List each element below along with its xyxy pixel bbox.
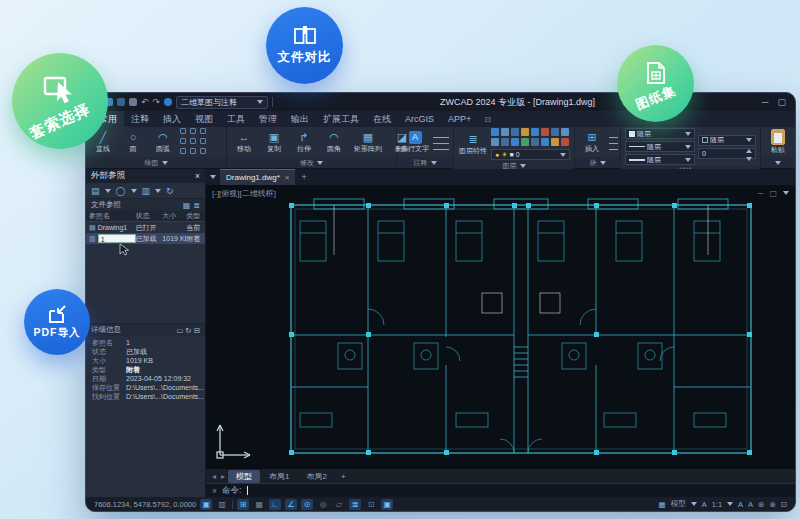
annotation-scale-value[interactable]: 1:1 <box>712 500 722 509</box>
model-space-icon[interactable]: ▣ <box>200 499 212 510</box>
transparency-value-spinner[interactable]: 0 <box>698 148 756 159</box>
maximize-button[interactable]: ▢ <box>777 97 786 107</box>
fullscreen-icon[interactable]: ⊡ <box>781 500 787 509</box>
command-line[interactable]: × 命令: <box>206 483 795 497</box>
xref-row-drawing1[interactable]: ▤Drawing1 已打开 当前 <box>86 222 205 233</box>
tab-view[interactable]: 视图 <box>188 111 220 127</box>
chevron-down-icon[interactable] <box>131 189 137 196</box>
minimize-button[interactable]: ─ <box>762 97 768 107</box>
col-reference-name[interactable]: 参照名 <box>86 211 136 221</box>
close-icon[interactable]: × <box>285 173 290 182</box>
draw-more-tools[interactable] <box>180 128 208 156</box>
block-group-label[interactable]: 块 <box>575 157 620 168</box>
details-refresh-icon[interactable]: ↻ <box>185 326 191 335</box>
dimension-tools[interactable] <box>433 134 449 150</box>
drawing-canvas[interactable]: [-][俯视][二维线框] ─ ▢ <box>206 185 795 469</box>
feature-badge-file-compare[interactable]: 文件对比 <box>266 7 343 84</box>
settings-gear-icon[interactable]: ⊛ <box>769 500 775 509</box>
quickprops-toggle[interactable]: ⊡ <box>365 499 377 510</box>
fillet-button[interactable]: ◠ 圆角 <box>321 131 347 154</box>
refresh-icon[interactable]: ↻ <box>166 186 174 196</box>
undo-icon[interactable]: ↶ <box>141 98 149 106</box>
new-tab-icon[interactable]: + <box>297 169 310 185</box>
spinner-down-icon[interactable] <box>746 157 752 164</box>
lineweight-dropdown[interactable]: 随层 <box>625 154 695 165</box>
col-status[interactable]: 状态 <box>136 211 163 221</box>
redo-icon[interactable]: ↷ <box>153 98 161 106</box>
tab-output[interactable]: 输出 <box>284 111 316 127</box>
new-layout-icon[interactable]: + <box>336 472 351 481</box>
list-view-icon[interactable]: ▦ <box>183 201 191 210</box>
chevron-down-icon[interactable] <box>155 189 161 196</box>
otrack-toggle[interactable]: ◎ <box>317 499 329 510</box>
paste-button[interactable]: 粘贴 <box>765 129 791 155</box>
close-icon[interactable]: × <box>195 171 200 181</box>
move-button[interactable]: ↔ 移动 <box>231 131 257 154</box>
linetype-dropdown[interactable]: 随层 <box>625 141 695 152</box>
snap-toggle[interactable]: ⊞ <box>237 499 249 510</box>
chevron-down-icon[interactable] <box>783 191 789 198</box>
circle-button[interactable]: ○ 圆 <box>120 131 146 154</box>
modify-group-label[interactable]: 修改 <box>227 157 396 168</box>
layout-nav-right-icon[interactable]: ▸ <box>219 472 227 481</box>
tab-layout2[interactable]: 布局2 <box>298 470 334 483</box>
feature-badge-pdf-import[interactable]: PDF导入 <box>24 289 90 355</box>
layer-properties-button[interactable]: ≣ 图层特性 <box>458 133 488 156</box>
tab-list-icon[interactable] <box>210 175 216 182</box>
annotate-group-label[interactable]: 注释 <box>397 157 453 168</box>
col-type[interactable]: 类型 <box>186 211 205 221</box>
polar-toggle[interactable]: ∠ <box>285 499 297 510</box>
tree-view-icon[interactable]: ≣ <box>193 201 200 210</box>
mtext-button[interactable]: A 多行文字 <box>401 131 429 154</box>
feature-badge-sheet-set[interactable]: 图纸集 <box>617 45 694 122</box>
array-button[interactable]: ▦ 矩形阵列 <box>351 131 385 154</box>
col-size[interactable]: 大小 <box>162 211 186 221</box>
chevron-down-icon[interactable] <box>105 189 111 196</box>
vp-minimize-icon[interactable]: ─ <box>758 189 764 198</box>
ribbon-options-icon[interactable]: ⊡ <box>478 111 497 127</box>
block-tools[interactable] <box>609 134 618 150</box>
tab-insert[interactable]: 插入 <box>156 111 188 127</box>
annotation-visibility-icon[interactable]: A <box>738 500 743 509</box>
file-tab-drawing1[interactable]: Drawing1.dwg* × <box>220 169 295 185</box>
workspace-gear-icon[interactable]: ⊛ <box>758 500 764 509</box>
print-icon[interactable] <box>129 98 137 106</box>
xref-name-edit-field[interactable]: 1 <box>98 234 136 243</box>
feature-badge-lasso[interactable]: 套索选择 <box>12 53 108 149</box>
tab-annotate[interactable]: 注释 <box>124 111 156 127</box>
tab-model[interactable]: 模型 <box>228 470 260 483</box>
spinner-up-icon[interactable] <box>746 146 752 153</box>
lineweight-toggle[interactable]: ▱ <box>333 499 345 510</box>
workspace-dropdown[interactable]: 二维草图与注释 <box>176 96 268 109</box>
paper-space-icon[interactable]: ▥ <box>216 499 228 510</box>
tab-app-plus[interactable]: APP+ <box>441 111 478 127</box>
osnap-toggle[interactable]: ⊙ <box>301 499 313 510</box>
autoscale-icon[interactable]: A <box>748 500 753 509</box>
chevron-down-icon[interactable] <box>727 502 733 509</box>
layer-dropdown[interactable]: ● ☀ ■ 0 <box>491 149 570 160</box>
viewport-controls[interactable]: [-][俯视][二维线框] <box>212 188 276 199</box>
details-minimize-icon[interactable]: ▭ <box>176 326 183 335</box>
attach-pdf-icon[interactable]: ▥ <box>142 186 151 196</box>
insert-block-button[interactable]: ⊞ 插入 <box>579 131 605 154</box>
close-icon[interactable]: × <box>212 486 217 496</box>
attach-dwg-icon[interactable]: ▤ <box>91 186 100 196</box>
open-icon[interactable] <box>117 98 125 106</box>
grid-toggle[interactable]: ▦ <box>253 499 265 510</box>
dyn-toggle[interactable]: ≣ <box>349 499 361 510</box>
selectioncycling-toggle[interactable]: ▣ <box>381 499 393 510</box>
stretch-button[interactable]: ↱ 拉伸 <box>291 131 317 154</box>
arc-button[interactable]: ◠ 圆弧 <box>150 131 176 154</box>
layout-nav-left-icon[interactable]: ◂ <box>210 472 218 481</box>
copy-button[interactable]: ▣ 复制 <box>261 131 287 154</box>
viewport-grid-icon[interactable]: ▦ <box>659 500 666 509</box>
cloud-icon[interactable] <box>164 98 172 106</box>
tab-express-tools[interactable]: 扩展工具 <box>316 111 366 127</box>
ortho-toggle[interactable]: ∟ <box>269 499 281 510</box>
tab-layout1[interactable]: 布局1 <box>261 470 297 483</box>
xref-row-pdf-underlay[interactable]: ▥1 已加载 1019 KB 附着 <box>86 233 205 244</box>
vp-restore-icon[interactable]: ▢ <box>769 189 777 198</box>
details-collapse-icon[interactable]: ⊟ <box>194 326 200 335</box>
layer-tools[interactable] <box>491 128 570 147</box>
tab-manage[interactable]: 管理 <box>252 111 284 127</box>
